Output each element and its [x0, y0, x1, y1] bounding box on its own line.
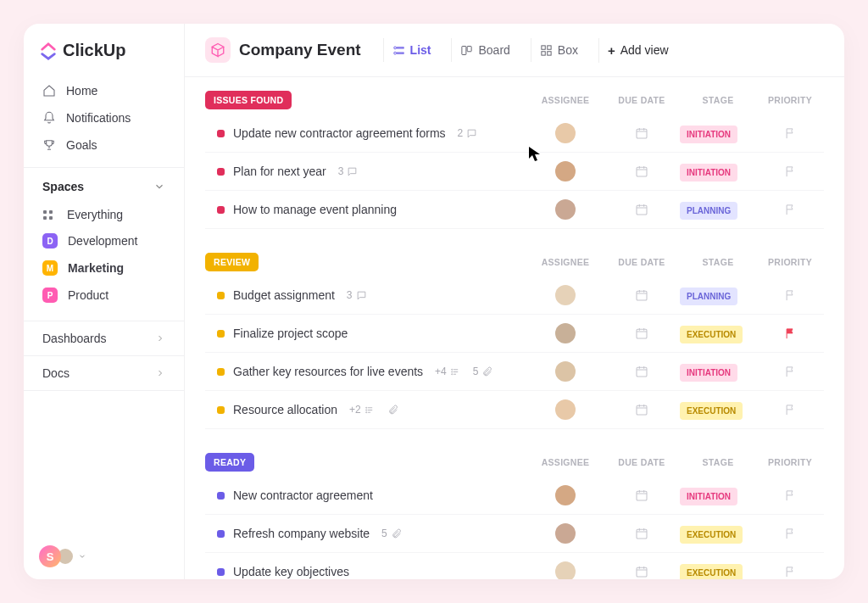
task-title-cell: Gather key resources for live events+4 5 — [217, 365, 527, 378]
due-date-cell[interactable] — [604, 165, 680, 178]
task-row[interactable]: How to manage event planningPLANNING — [205, 191, 824, 229]
nav-docs[interactable]: Docs — [24, 356, 184, 391]
priority-cell[interactable] — [756, 289, 824, 302]
comment-count[interactable]: 3 — [347, 289, 367, 301]
assignee-cell[interactable] — [527, 161, 604, 181]
task-row[interactable]: New contractor agreementINITIATION — [205, 477, 824, 515]
nav-home-label: Home — [66, 84, 97, 98]
task-title-cell: Budget assignment3 — [217, 288, 527, 302]
priority-cell[interactable] — [756, 404, 824, 416]
due-date-cell[interactable] — [604, 489, 680, 502]
clickup-logo-icon — [39, 42, 58, 60]
stage-cell[interactable]: INITIATION — [680, 164, 756, 179]
svg-rect-23 — [637, 491, 647, 500]
due-date-cell[interactable] — [604, 327, 680, 340]
brand-text: ClickUp — [63, 41, 125, 60]
assignee-cell[interactable] — [527, 523, 604, 544]
stage-cell[interactable]: INITIATION — [680, 126, 756, 141]
assignee-cell[interactable] — [527, 199, 604, 220]
space-product[interactable]: P Product — [24, 282, 184, 309]
space-badge-prd: P — [42, 288, 58, 303]
priority-cell[interactable] — [756, 327, 824, 340]
space-marketing[interactable]: M Marketing — [24, 254, 184, 282]
priority-cell[interactable] — [756, 165, 824, 178]
nav-notifications[interactable]: Notifications — [24, 104, 184, 131]
priority-cell[interactable] — [756, 127, 824, 140]
status-pill[interactable]: REVIEW — [205, 253, 259, 271]
spaces-header-label: Spaces — [42, 180, 84, 193]
assignee-cell[interactable] — [527, 361, 604, 382]
task-row[interactable]: Update new contractor agreement forms2 I… — [205, 114, 824, 153]
task-row[interactable]: Budget assignment3 PLANNING — [205, 276, 824, 315]
plus-icon: + — [608, 43, 615, 58]
attachment-count[interactable]: 5 — [381, 528, 402, 539]
due-date-cell[interactable] — [604, 403, 680, 416]
space-development[interactable]: D Development — [24, 227, 184, 254]
cube-icon — [210, 42, 225, 58]
priority-cell[interactable] — [756, 366, 824, 378]
due-date-cell[interactable] — [604, 365, 680, 378]
assignee-cell[interactable] — [527, 561, 604, 579]
due-date-cell[interactable] — [604, 203, 680, 216]
stage-cell[interactable]: EXECUTION — [680, 326, 756, 341]
svg-rect-18 — [637, 367, 647, 377]
col-due: DUE DATE — [604, 95, 680, 105]
view-tab-box[interactable]: Box — [531, 38, 587, 62]
due-date-cell[interactable] — [604, 288, 680, 302]
attachment-icon[interactable] — [387, 405, 398, 416]
topbar: Company Event List Board Box + Add view — [185, 24, 844, 77]
view-tab-board[interactable]: Board — [451, 38, 518, 62]
user-switcher[interactable]: S — [39, 545, 86, 567]
status-dot — [217, 330, 225, 338]
stage-cell[interactable]: EXECUTION — [680, 564, 756, 579]
due-date-cell[interactable] — [604, 527, 680, 540]
task-row[interactable]: Refresh company website5 EXECUTION — [205, 515, 824, 553]
col-assignee: ASSIGNEE — [527, 95, 604, 105]
view-tab-add[interactable]: + Add view — [598, 38, 677, 63]
svg-rect-2 — [393, 52, 396, 54]
stage-cell[interactable]: EXECUTION — [680, 526, 756, 541]
col-priority: PRIORITY — [756, 457, 824, 467]
due-date-cell[interactable] — [604, 126, 680, 140]
attachment-count[interactable]: 5 — [473, 366, 493, 377]
stage-cell[interactable]: PLANNING — [680, 202, 756, 217]
task-row[interactable]: Plan for next year3 INITIATION — [205, 153, 824, 191]
task-row[interactable]: Resource allocation+2 EXECUTION — [205, 391, 824, 429]
task-title: Finalize project scope — [233, 327, 348, 340]
assignee-cell[interactable] — [527, 323, 604, 343]
grid-icon — [43, 210, 57, 220]
svg-rect-24 — [637, 529, 647, 539]
subtask-count[interactable]: +2 — [349, 404, 376, 416]
due-date-cell[interactable] — [604, 565, 680, 578]
stage-cell[interactable]: EXECUTION — [680, 402, 756, 417]
space-dev-label: Development — [68, 234, 138, 248]
priority-cell[interactable] — [756, 489, 824, 502]
col-stage: STAGE — [680, 457, 756, 467]
subtask-count[interactable]: +4 — [435, 366, 461, 377]
status-pill[interactable]: READY — [205, 453, 254, 472]
priority-cell[interactable] — [756, 528, 824, 540]
assignee-cell[interactable] — [527, 123, 604, 143]
assignee-cell[interactable] — [527, 285, 604, 305]
nav-dashboards[interactable]: Dashboards — [24, 321, 184, 356]
assignee-cell[interactable] — [527, 485, 604, 505]
priority-cell[interactable] — [756, 566, 824, 578]
assignee-cell[interactable] — [527, 399, 604, 420]
stage-cell[interactable]: PLANNING — [680, 288, 756, 303]
priority-cell[interactable] — [756, 204, 824, 216]
nav-goals[interactable]: Goals — [24, 131, 184, 159]
status-pill[interactable]: ISSUES FOUND — [205, 91, 292, 109]
stage-cell[interactable]: INITIATION — [680, 488, 756, 503]
space-everything[interactable]: Everything — [24, 202, 184, 227]
spaces-header[interactable]: Spaces — [24, 180, 184, 202]
app-shell: ClickUp Home Notifications Goals Spaces … — [24, 24, 844, 579]
task-row[interactable]: Finalize project scopeEXECUTION — [205, 315, 824, 353]
nav-home[interactable]: Home — [24, 77, 184, 104]
task-row[interactable]: Gather key resources for live events+4 5… — [205, 353, 824, 391]
stage-badge: INITIATION — [680, 364, 737, 382]
stage-cell[interactable]: INITIATION — [680, 364, 756, 379]
view-tab-list[interactable]: List — [383, 38, 440, 62]
comment-count[interactable]: 3 — [338, 165, 359, 177]
comment-count[interactable]: 2 — [458, 127, 478, 139]
task-row[interactable]: Update key objectivesEXECUTION — [205, 553, 824, 579]
